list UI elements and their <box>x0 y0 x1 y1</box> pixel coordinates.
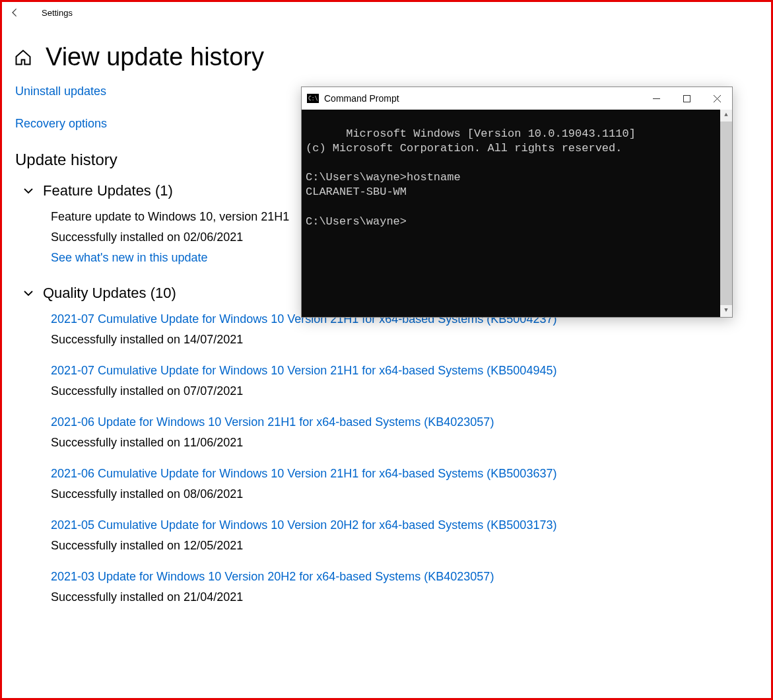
cmd-scrollbar[interactable]: ▲ ▼ <box>720 110 732 317</box>
cmd-output: Microsoft Windows [Version 10.0.19043.11… <box>306 127 636 228</box>
close-button[interactable] <box>702 87 732 110</box>
window-title: Settings <box>42 8 73 18</box>
window-titlebar: Settings <box>2 2 771 23</box>
svg-rect-1 <box>683 95 690 102</box>
update-entry: 2021-03 Update for Windows 10 Version 20… <box>51 570 771 604</box>
cmd-terminal-body[interactable]: Microsoft Windows [Version 10.0.19043.11… <box>302 110 732 317</box>
update-title-link[interactable]: 2021-06 Cumulative Update for Windows 10… <box>51 467 771 481</box>
minimize-button[interactable] <box>641 87 671 110</box>
update-status: Successfully installed on 11/06/2021 <box>51 436 771 450</box>
update-status: Successfully installed on 14/07/2021 <box>51 333 771 347</box>
update-title-link[interactable]: 2021-05 Cumulative Update for Windows 10… <box>51 518 771 532</box>
update-status: Successfully installed on 12/05/2021 <box>51 539 771 553</box>
quality-updates-items: 2021-07 Cumulative Update for Windows 10… <box>22 312 771 604</box>
update-entry: 2021-05 Cumulative Update for Windows 10… <box>51 518 771 553</box>
maximize-button[interactable] <box>671 87 702 110</box>
chevron-down-icon <box>22 287 35 300</box>
update-status: Successfully installed on 21/04/2021 <box>51 590 771 604</box>
update-title-link[interactable]: 2021-03 Update for Windows 10 Version 20… <box>51 570 771 584</box>
update-status: Successfully installed on 08/06/2021 <box>51 487 771 501</box>
quality-updates-group: Quality Updates (10) 2021-07 Cumulative … <box>15 285 771 604</box>
cmd-window-title: Command Prompt <box>324 93 399 104</box>
page-title: View update history <box>46 43 264 71</box>
home-icon[interactable] <box>14 48 32 67</box>
update-entry: 2021-06 Update for Windows 10 Version 21… <box>51 415 771 450</box>
update-entry: 2021-07 Cumulative Update for Windows 10… <box>51 364 771 398</box>
cmd-icon: C:\ <box>307 94 319 103</box>
scroll-thumb[interactable] <box>720 122 732 305</box>
page-header: View update history <box>2 23 771 85</box>
scroll-down-icon[interactable]: ▼ <box>720 305 732 317</box>
cmd-window-controls <box>641 87 732 110</box>
cmd-titlebar[interactable]: C:\ Command Prompt <box>302 87 732 110</box>
update-title-link[interactable]: 2021-06 Update for Windows 10 Version 21… <box>51 415 771 429</box>
settings-app: Settings View update history Uninstall u… <box>2 2 771 698</box>
back-button[interactable] <box>9 6 22 19</box>
feature-updates-header-label: Feature Updates (1) <box>43 182 173 199</box>
command-prompt-window[interactable]: C:\ Command Prompt Microsoft Windows [Ve… <box>301 87 733 318</box>
cmd-title-left: C:\ Command Prompt <box>307 93 399 104</box>
update-entry: 2021-06 Cumulative Update for Windows 10… <box>51 467 771 501</box>
update-title-link[interactable]: 2021-07 Cumulative Update for Windows 10… <box>51 364 771 378</box>
quality-updates-header-label: Quality Updates (10) <box>43 285 176 302</box>
chevron-down-icon <box>22 184 35 197</box>
update-status: Successfully installed on 07/07/2021 <box>51 384 771 398</box>
scroll-up-icon[interactable]: ▲ <box>720 110 732 122</box>
